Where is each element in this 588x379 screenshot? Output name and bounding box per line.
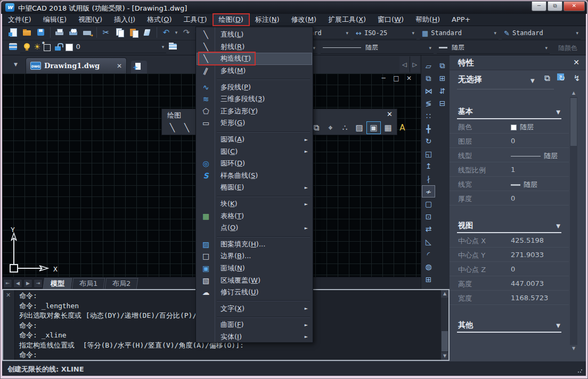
property-row[interactable]: 线型随层	[450, 148, 569, 162]
property-row[interactable]: 宽度1168.5723	[450, 291, 569, 305]
xline-icon[interactable]: ╲	[179, 121, 194, 134]
array-icon[interactable]: ∷	[422, 110, 435, 122]
mdi-restore-icon[interactable]: □	[392, 75, 401, 82]
draw-menu-item-2[interactable]: ╲射线(R)	[197, 41, 312, 53]
hatch-icon[interactable]: ▨	[352, 121, 366, 134]
layer-combo[interactable]: ☀0▾	[20, 40, 166, 53]
paste-special-icon[interactable]: ⊟	[436, 97, 449, 110]
draw-menu-item-21[interactable]: ☁修订云线(U)	[197, 286, 312, 299]
doc-list-caret-icon[interactable]: ▼	[14, 62, 18, 67]
extend-icon[interactable]: ⊡	[422, 210, 435, 223]
layer-states-button[interactable]	[166, 40, 180, 53]
layer-freeze-icon[interactable]: ☀	[34, 42, 40, 52]
print-preview-icon[interactable]	[67, 26, 80, 39]
draw-menu-item-24[interactable]: 实体(I)►	[197, 331, 312, 343]
menubar-item-7[interactable]: 绘图(D)	[213, 14, 249, 26]
title-bar[interactable]: w 中望CAD 2018 试用版 (功能受限) - [Drawing1.dwg]…	[1, 1, 587, 14]
property-row[interactable]: 厚度0	[450, 191, 569, 205]
property-row[interactable]: 中心点 Y271.9033	[450, 248, 569, 262]
layout-tab-2[interactable]: 布局1	[72, 278, 105, 289]
draw-menu-item-10[interactable]: 圆(C)►	[197, 145, 312, 158]
lengthen-icon[interactable]: ∤	[422, 172, 435, 185]
property-value[interactable]: 425.5198	[511, 236, 544, 244]
property-row[interactable]: 颜色随层	[450, 119, 569, 134]
section-collapse-icon[interactable]: ▼	[556, 109, 560, 115]
table-style-combo[interactable]: ▦Standard▾	[420, 28, 499, 39]
rotate-icon[interactable]: ↻	[422, 135, 435, 147]
property-row[interactable]: 中心点 X425.5198	[450, 233, 569, 248]
restore-button[interactable]: ⧉	[548, 2, 562, 11]
line-icon[interactable]: ╲	[165, 121, 179, 134]
menubar-item-8[interactable]: 标注(N)	[249, 14, 285, 26]
cmd-scrollbar-thumb[interactable]	[442, 331, 448, 351]
draw-menu-item-5[interactable]: ∿多段线(P)	[197, 81, 312, 93]
save-icon[interactable]	[34, 26, 48, 39]
format-painter-icon[interactable]	[141, 26, 154, 39]
trim-icon[interactable]: ▢	[422, 198, 435, 210]
menubar-item-2[interactable]: 编辑(E)	[37, 14, 72, 26]
plot-icon[interactable]	[80, 26, 94, 39]
cut-icon[interactable]: ✂	[99, 26, 113, 39]
property-row[interactable]: 图层0	[450, 134, 569, 148]
linetype-combo-caret-icon[interactable]: ▾	[423, 45, 431, 51]
undo-icon[interactable]: ↶	[159, 26, 173, 39]
tab-last-icon[interactable]: ⇥	[34, 279, 43, 288]
tab-scroll-left-icon[interactable]: ◁	[399, 56, 410, 72]
mirror-icon[interactable]: ⋈	[422, 85, 435, 97]
property-value[interactable]: 随层	[511, 122, 534, 132]
toggle-pickadd-icon[interactable]: ↯	[571, 73, 583, 83]
property-value[interactable]: 0	[511, 137, 515, 145]
open-icon[interactable]	[20, 26, 34, 39]
scroll-up-icon[interactable]: ▲	[570, 89, 577, 97]
draw-menu-item-23[interactable]: 曲面(F)►	[197, 319, 312, 331]
table-icon[interactable]: ▦	[381, 121, 395, 134]
chamfer-icon[interactable]: ◺	[422, 235, 435, 248]
paste-icon[interactable]	[127, 26, 141, 39]
property-value[interactable]: 1	[511, 166, 515, 174]
erase-icon[interactable]: ▱	[422, 60, 435, 72]
mtext-icon[interactable]: A	[395, 121, 410, 134]
command-close-icon[interactable]: ✕	[6, 292, 11, 299]
property-value[interactable]: 0	[511, 194, 515, 202]
layout-tab-3[interactable]: 布局2	[105, 278, 138, 289]
print-icon[interactable]	[53, 26, 67, 39]
layer-manager-button[interactable]	[6, 40, 20, 53]
property-value[interactable]: 447.0073	[511, 279, 544, 287]
dim-style-combo-caret-icon[interactable]: ▾	[406, 30, 414, 36]
menubar-item-13[interactable]: APP+	[446, 14, 476, 26]
selection-dropdown[interactable]: 无选择	[458, 75, 482, 85]
layout-tab-1[interactable]: 模型	[43, 278, 72, 289]
layer-vp-freeze-icon[interactable]	[42, 43, 52, 51]
properties-scrollbar[interactable]: ▲ ▼	[570, 89, 577, 352]
new-file-icon[interactable]	[6, 26, 20, 39]
break-icon[interactable]: ≁	[422, 185, 435, 197]
draw-menu-item-7[interactable]: ⬠正多边形(Y)	[197, 105, 312, 118]
property-row[interactable]: 高度447.0073	[450, 276, 569, 291]
menubar-item-1[interactable]: 文件(F)	[2, 14, 37, 26]
tab-next-icon[interactable]: ▶	[23, 279, 32, 288]
join-icon[interactable]: ⇄	[422, 223, 435, 235]
menubar-item-3[interactable]: 视图(V)	[72, 14, 108, 26]
draw-menu-item-18[interactable]: □边界(B)...	[197, 250, 312, 262]
draw-menu-item-9[interactable]: 圆弧(A)►	[197, 134, 312, 146]
copy-icon[interactable]	[113, 26, 127, 39]
draw-menu-item-6[interactable]: ≋三维多段线(3)	[197, 93, 312, 105]
scroll-down-icon[interactable]: ▼	[570, 345, 577, 352]
cmd-scroll-down-icon[interactable]: ▼	[441, 352, 448, 360]
draw-menu-item-14[interactable]: 块(K)►	[197, 198, 312, 210]
tab-prev-icon[interactable]: ◀	[13, 279, 22, 288]
layer-combo-caret-icon[interactable]: ▾	[162, 44, 165, 50]
close-button[interactable]: ✕	[564, 2, 585, 11]
property-value[interactable]: 271.9033	[511, 251, 544, 259]
copy-icon[interactable]: ⧉	[422, 72, 435, 85]
mleader-style-combo[interactable]: ✎Standard▾	[502, 28, 581, 39]
property-row[interactable]: 线型比例1	[450, 162, 569, 177]
cmd-scroll-up-icon[interactable]: ▲	[441, 290, 448, 298]
property-row[interactable]: 中心点 Z0	[450, 262, 569, 276]
draw-menu-item-15[interactable]: ▦表格(T)	[197, 210, 312, 222]
property-row[interactable]: 线宽随层	[450, 177, 569, 191]
scrollbar-thumb[interactable]	[570, 98, 577, 146]
stretch-icon[interactable]: ↥	[422, 160, 435, 172]
menubar-item-4[interactable]: 插入(I)	[108, 14, 141, 26]
dim-style-combo[interactable]: ↔ISO-25▾	[354, 28, 416, 39]
